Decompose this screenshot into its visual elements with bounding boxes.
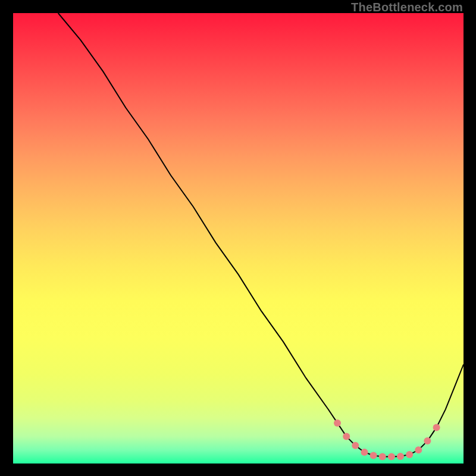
bottleneck-curve — [58, 13, 464, 457]
highlight-dot — [433, 424, 440, 431]
highlight-dot — [379, 453, 386, 461]
highlight-dot — [406, 451, 413, 458]
highlight-dot — [388, 453, 395, 461]
highlight-dot — [424, 437, 431, 444]
highlight-dot — [415, 446, 422, 453]
watermark-text: TheBottleneck.com — [351, 1, 463, 14]
highlight-dot — [334, 419, 341, 427]
highlight-dot — [397, 453, 404, 460]
highlight-dot — [343, 433, 350, 440]
highlight-dot — [361, 449, 368, 456]
chart-svg — [13, 13, 464, 464]
highlight-dot — [370, 452, 377, 459]
chart-stage: TheBottleneck.com — [0, 0, 476, 476]
plot-area — [13, 13, 464, 464]
highlight-dot — [352, 442, 359, 449]
